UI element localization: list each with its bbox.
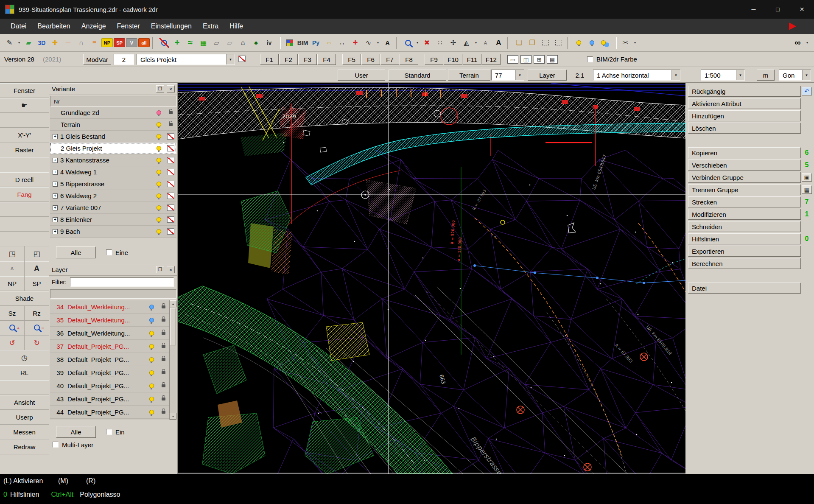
visibility-cell[interactable] — [145, 357, 157, 362]
layer-row-38[interactable]: 38Default_Projekt_PG... — [50, 353, 169, 366]
spline-icon[interactable]: ∿ — [362, 36, 375, 49]
layer-alle-button[interactable]: Alle — [56, 426, 96, 438]
schneiden-button[interactable]: Schneiden — [688, 221, 801, 232]
arc-icon[interactable]: ∩ — [75, 36, 87, 49]
zoom-in-icon[interactable]: + — [0, 321, 24, 335]
pen-tool-dropdown[interactable]: ▾ — [17, 36, 22, 49]
visibility-bulb-icon[interactable] — [149, 370, 154, 375]
visibility-bulb-icon[interactable] — [157, 146, 161, 151]
close-icon[interactable]: × — [167, 266, 175, 273]
visibility-cell[interactable] — [145, 344, 157, 349]
rotate-cw-icon[interactable]: ↻ — [24, 336, 49, 350]
clock-icon[interactable]: ◷ — [0, 350, 49, 365]
state-cell[interactable] — [165, 216, 176, 223]
window-overlay-2-icon[interactable]: ◰ — [24, 246, 49, 261]
raster-button[interactable]: Raster — [0, 143, 49, 157]
line-icon[interactable]: ─ — [62, 36, 74, 49]
variant-row-waldweg-1[interactable]: +4 Waldweg 1 — [50, 166, 176, 178]
d-reell-button[interactable]: D reell — [0, 172, 49, 187]
layer-row-39[interactable]: 39Default_Projekt_PG... — [50, 366, 169, 379]
add-node-icon[interactable]: + — [171, 36, 183, 49]
xy-button[interactable]: X'-Y' — [0, 128, 49, 143]
variant-row-gleis-projekt[interactable]: 2 Gleis Projekt — [50, 143, 176, 154]
visibility-bulb-icon[interactable] — [149, 410, 154, 414]
rz-button[interactable]: Rz — [24, 306, 49, 320]
lock-cell[interactable] — [157, 332, 169, 335]
visibility-cell[interactable] — [153, 122, 165, 127]
scroll-up-icon[interactable]: ▲ — [170, 300, 176, 307]
terrain-combo[interactable]: 77 ▼ — [491, 70, 524, 81]
text-orient-small-icon[interactable]: A — [0, 261, 24, 276]
v-badge-icon[interactable]: V — [126, 38, 137, 47]
variant-pen-style-icon[interactable] — [238, 56, 246, 62]
zoom-dropdown[interactable]: ▾ — [415, 36, 420, 49]
visibility-bulb-icon[interactable] — [157, 110, 161, 115]
point-settings-icon[interactable]: ∷ — [434, 36, 446, 49]
3d-mode-icon[interactable]: 3D — [36, 36, 48, 49]
group-split-icon[interactable]: ▦ — [802, 185, 812, 194]
tree-icon[interactable]: ♠ — [250, 36, 262, 49]
sp-button[interactable]: SP — [24, 276, 49, 291]
visibility-cell[interactable] — [153, 170, 165, 174]
verschieben-button[interactable]: Verschieben — [688, 160, 801, 171]
berechnen-button[interactable]: Berechnen — [688, 258, 801, 269]
fkey-f9[interactable]: F9 — [425, 54, 443, 65]
add-point-icon[interactable]: + — [349, 36, 361, 49]
chevron-down-icon[interactable]: ▼ — [802, 70, 811, 80]
ansicht-button[interactable]: Ansicht — [0, 395, 49, 410]
shade-button[interactable]: Shade — [0, 291, 49, 306]
visibility-bulb-icon[interactable] — [157, 134, 161, 139]
chevron-down-icon[interactable]: ▼ — [671, 70, 680, 80]
bulb-yellow-icon[interactable] — [573, 36, 585, 49]
visibility-cell[interactable] — [153, 110, 165, 115]
visibility-cell[interactable] — [153, 146, 165, 151]
visibility-bulb-icon[interactable] — [157, 229, 161, 234]
chevron-down-icon[interactable]: ▼ — [736, 70, 744, 80]
fkey-f12[interactable]: F12 — [482, 54, 501, 65]
hilfslinien-button[interactable]: Hilfslinien — [688, 233, 801, 244]
mirror-dropdown[interactable]: ▾ — [473, 36, 478, 49]
dimension-icon[interactable]: ↔ — [336, 36, 348, 49]
hatch-icon[interactable]: ≡ — [88, 36, 101, 49]
visibility-bulb-icon[interactable] — [149, 357, 154, 362]
move-icon[interactable]: ✢ — [447, 36, 459, 49]
visibility-cell[interactable] — [145, 305, 157, 309]
window-overlay-icon[interactable]: ◳ — [0, 246, 24, 261]
fkey-f4[interactable]: F4 — [317, 54, 336, 65]
mesh-icon[interactable]: ▦ — [197, 36, 210, 49]
layer-row-43[interactable]: 43Default_Projekt_PG... — [50, 392, 169, 406]
angle-unit-combo[interactable]: Gon ▼ — [779, 70, 811, 81]
lock-cell[interactable] — [157, 371, 169, 374]
menu-item-fenster[interactable]: Fenster — [112, 19, 145, 34]
variant-row-waldweg-2[interactable]: +6 Waldweg 2 — [50, 190, 176, 202]
close-button[interactable]: ✕ — [790, 0, 814, 19]
lock-cell[interactable] — [157, 384, 169, 387]
visibility-bulb-icon[interactable] — [149, 305, 154, 309]
bim-color-checkbox[interactable] — [587, 56, 593, 62]
plane-icon[interactable]: ▱ — [210, 36, 223, 49]
menu-item-anzeige[interactable]: Anzeige — [76, 19, 112, 34]
fkey-f3[interactable]: F3 — [298, 54, 317, 65]
state-cell[interactable] — [165, 133, 176, 140]
user-button[interactable]: User — [338, 70, 385, 81]
state-cell[interactable] — [165, 228, 176, 235]
lock-cell[interactable] — [157, 305, 169, 308]
axis-combo[interactable]: 1 Achse horizontal ▼ — [593, 70, 680, 81]
visibility-bulb-icon[interactable] — [149, 318, 154, 322]
layer-button[interactable]: Layer — [528, 70, 567, 81]
terrain-lines-icon[interactable]: ≈ — [184, 36, 196, 49]
menu-item-hilfe[interactable]: Hilfe — [224, 19, 249, 34]
fkey-f7[interactable]: F7 — [380, 54, 399, 65]
visibility-cell[interactable] — [153, 158, 165, 162]
expand-icon[interactable]: + — [53, 182, 58, 187]
messen-button[interactable]: Messen — [0, 425, 49, 440]
rueckgaengig-button[interactable]: Rückgängig — [688, 86, 801, 97]
scale-combo[interactable]: 1:500 ▼ — [701, 70, 745, 81]
layer-row-40[interactable]: 40Default_Projekt_PG... — [50, 379, 169, 392]
undo-icon[interactable]: ↶ — [802, 87, 812, 95]
iv-icon[interactable]: iv — [263, 36, 275, 49]
modvar-button[interactable]: ModVar — [83, 54, 111, 65]
lock-cell[interactable] — [157, 358, 169, 361]
menu-item-bearbeiten[interactable]: Bearbeiten — [32, 19, 76, 34]
chevron-down-icon[interactable]: ▼ — [226, 54, 235, 64]
